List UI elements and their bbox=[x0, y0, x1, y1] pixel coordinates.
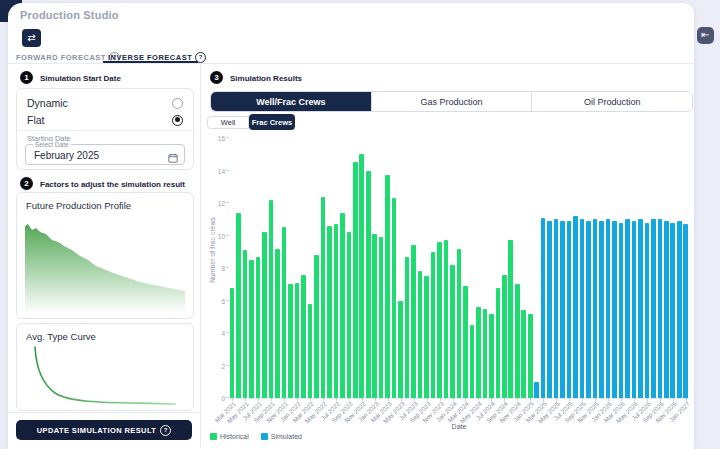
x-tick-mark bbox=[297, 398, 298, 401]
option-dynamic[interactable]: Dynamic bbox=[27, 95, 183, 111]
bar-jun-2022 bbox=[327, 226, 332, 398]
bar-jan-2022 bbox=[295, 283, 300, 398]
x-tick-mark bbox=[245, 398, 246, 401]
bar-dec-2024 bbox=[521, 310, 526, 398]
simulated-swatch bbox=[261, 433, 268, 440]
bar-may-2024 bbox=[476, 307, 481, 398]
x-tick-mark bbox=[478, 398, 479, 401]
bar-mar-2022 bbox=[308, 304, 313, 398]
x-tick-mark bbox=[595, 398, 596, 401]
x-tick-mark bbox=[401, 398, 402, 401]
bar-dec-2021 bbox=[288, 284, 293, 398]
bar-sep-2021 bbox=[269, 200, 274, 398]
bar-apr-2021 bbox=[236, 213, 241, 398]
avg-type-curve-chart bbox=[25, 345, 185, 407]
bar-oct-2021 bbox=[275, 249, 280, 399]
bar-jul-2022 bbox=[334, 224, 339, 398]
bar-jan-2024 bbox=[450, 265, 455, 398]
calendar-icon[interactable] bbox=[168, 149, 178, 167]
bar-feb-2025 bbox=[534, 382, 539, 398]
x-tick-mark bbox=[608, 398, 609, 401]
bar-feb-2023 bbox=[379, 237, 384, 398]
bar-oct-2026 bbox=[664, 221, 669, 398]
chart-legend: Historical Simulated bbox=[210, 433, 302, 440]
bar-sep-2025 bbox=[580, 219, 585, 398]
date-input[interactable]: Select Date February 2025 bbox=[25, 144, 185, 165]
y-tick-label: 2 bbox=[221, 363, 225, 370]
x-tick-mark bbox=[491, 398, 492, 401]
page-title: Production Studio bbox=[20, 9, 119, 21]
subtab-well[interactable]: Well bbox=[207, 116, 249, 129]
radio-dynamic[interactable] bbox=[172, 98, 183, 109]
x-tick-mark bbox=[323, 398, 324, 401]
x-tick-mark bbox=[621, 398, 622, 401]
bar-jun-2023 bbox=[405, 257, 410, 398]
radio-flat[interactable] bbox=[172, 115, 183, 126]
bar-oct-2025 bbox=[586, 221, 591, 398]
legend-item-historical[interactable]: Historical bbox=[210, 433, 249, 440]
y-tick-label: 0 bbox=[221, 395, 225, 402]
bar-aug-2026 bbox=[651, 219, 656, 398]
bar-nov-2026 bbox=[670, 223, 675, 399]
bar-mar-2026 bbox=[619, 223, 624, 399]
option-dynamic-label: Dynamic bbox=[27, 97, 68, 109]
tab-gas-production[interactable]: Gas Production bbox=[372, 92, 533, 111]
update-button-label: UPDATE SIMULATION RESULT bbox=[37, 426, 157, 435]
forecast-flow-button[interactable]: ⇄ bbox=[22, 29, 41, 47]
type-curve-card-title: Avg. Type Curve bbox=[26, 331, 96, 342]
x-tick-mark bbox=[517, 398, 518, 401]
bar-jun-2024 bbox=[483, 309, 488, 398]
panel-divider bbox=[200, 64, 201, 449]
bar-aug-2023 bbox=[418, 271, 423, 398]
bar-aug-2024 bbox=[496, 288, 501, 399]
bar-may-2023 bbox=[398, 301, 403, 399]
subtab-frac-crews[interactable]: Frac Crews bbox=[249, 114, 295, 130]
bar-apr-2022 bbox=[314, 255, 319, 398]
date-input-value: February 2025 bbox=[34, 150, 99, 161]
bar-sep-2023 bbox=[424, 276, 429, 398]
bar-may-2026 bbox=[632, 221, 637, 398]
step-3-badge: 3 bbox=[210, 71, 223, 84]
x-tick-mark bbox=[686, 398, 687, 401]
option-flat[interactable]: Flat bbox=[27, 112, 183, 128]
step-1-badge: 1 bbox=[20, 71, 33, 84]
y-tick-label: 16 bbox=[218, 135, 225, 142]
bar-dec-2022 bbox=[366, 171, 371, 399]
bar-jan-2027 bbox=[683, 224, 688, 398]
bar-feb-2022 bbox=[301, 275, 306, 399]
x-tick-mark bbox=[530, 398, 531, 401]
bar-jul-2025 bbox=[567, 221, 572, 398]
x-tick-mark bbox=[427, 398, 428, 401]
x-tick-mark bbox=[284, 398, 285, 401]
tab-oil-production[interactable]: Oil Production bbox=[532, 92, 692, 111]
historical-swatch bbox=[210, 433, 217, 440]
option-flat-label: Flat bbox=[27, 114, 45, 126]
bar-dec-2025 bbox=[599, 221, 604, 398]
bar-jan-2026 bbox=[606, 219, 611, 398]
tab-well-frac-crews[interactable]: Well/Frac Crews bbox=[211, 92, 372, 111]
bar-mar-2023 bbox=[385, 175, 390, 398]
x-tick-mark bbox=[647, 398, 648, 401]
x-tick-mark bbox=[660, 398, 661, 401]
update-simulation-result-button[interactable]: UPDATE SIMULATION RESULT ? bbox=[16, 420, 192, 440]
bar-dec-2026 bbox=[677, 221, 682, 398]
help-icon: ? bbox=[160, 425, 171, 436]
production-studio-card: Production Studio ⇄ FORWARD FORECAST ? I… bbox=[8, 3, 694, 449]
tab-forward-label: FORWARD FORECAST bbox=[16, 53, 106, 62]
bar-nov-2021 bbox=[282, 227, 287, 398]
date-input-floating-label: Select Date bbox=[33, 141, 71, 148]
y-tick-label: 8 bbox=[221, 265, 225, 272]
bar-nov-2023 bbox=[437, 242, 442, 398]
bar-may-2025 bbox=[554, 219, 559, 398]
y-tick-label: 10 bbox=[218, 233, 225, 240]
bar-mar-2025 bbox=[541, 218, 546, 398]
results-title: Simulation Results bbox=[230, 74, 302, 83]
collapse-left-icon: ⇤ bbox=[701, 29, 709, 40]
bar-apr-2023 bbox=[392, 198, 397, 398]
x-tick-mark bbox=[504, 398, 505, 401]
bar-apr-2025 bbox=[547, 221, 552, 398]
y-tick-label: 4 bbox=[221, 330, 225, 337]
collapse-panel-button[interactable]: ⇤ bbox=[697, 27, 714, 44]
legend-item-simulated[interactable]: Simulated bbox=[261, 433, 302, 440]
x-tick-mark bbox=[271, 398, 272, 401]
